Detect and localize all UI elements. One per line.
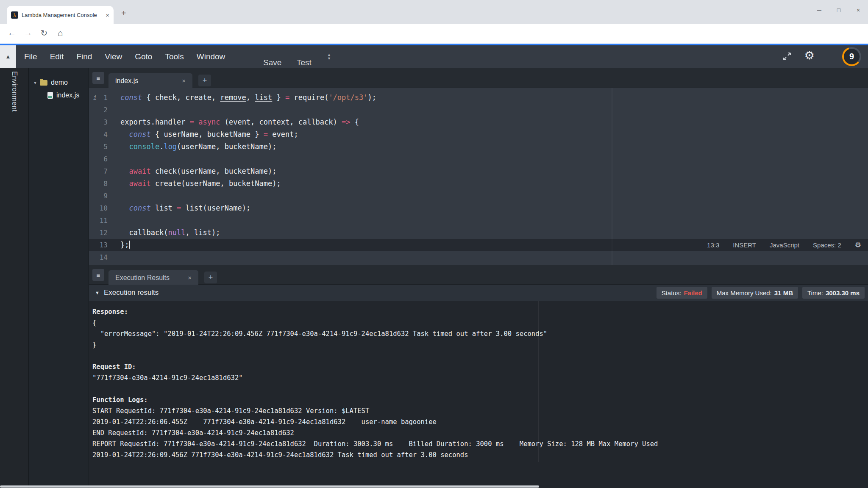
back-icon[interactable]: ← (6, 28, 18, 38)
code-text (114, 104, 120, 116)
console-new-tab-button[interactable]: + (204, 272, 217, 283)
code-text: const list = list(userName); (114, 202, 250, 214)
browser-tab[interactable]: λ Lambda Management Console × (7, 6, 114, 24)
menu-tools[interactable]: Tools (159, 52, 190, 61)
editor-statusbar: 13:3 INSERT JavaScript Spaces: 2 ⚙ (707, 239, 861, 251)
line-number: 8 (89, 177, 114, 190)
tab-execution-results[interactable]: Execution Results × (108, 270, 198, 285)
editor-panes: ≡ index.js × + 1iconst { check, create, … (89, 68, 868, 488)
log-line: END RequestId: 771f7304-e30a-4214-91c9-2… (89, 427, 868, 438)
line-number: 5 (89, 141, 114, 153)
window-controls: ─ □ × (810, 2, 868, 19)
new-tab-button[interactable]: + (121, 8, 126, 18)
tab-indexjs[interactable]: index.js × (108, 73, 192, 88)
menu-edit[interactable]: Edit (44, 52, 70, 61)
code-text: const { userName, bucketName } = event; (114, 128, 298, 141)
code-line-5[interactable]: 5 console.log(userName, bucketName); (89, 141, 868, 153)
console-tab-close-icon[interactable]: × (188, 274, 192, 281)
gutter-info-icon[interactable]: i (93, 92, 97, 104)
status-label: Status: (662, 289, 682, 297)
code-line-12[interactable]: 12 callback(null, list); (89, 227, 868, 239)
code-line-8[interactable]: 8 await create(userName, bucketName); (89, 177, 868, 190)
code-text: await create(userName, bucketName); (114, 177, 281, 190)
menu-find[interactable]: Find (70, 52, 98, 61)
minimize-button[interactable]: ─ (810, 2, 829, 19)
line-number: 14 (89, 251, 114, 263)
tree-folder-demo[interactable]: ▼ demo (29, 76, 89, 89)
browser-toolbar: ← → ↻ ⌂ https://ap-northeast-2.console.a… (0, 24, 868, 44)
log-line: "771f7304-e30a-4214-91c9-24ec1a81d632" (89, 372, 868, 383)
console-empty-area (89, 462, 868, 488)
editor-tab-label: index.js (115, 77, 138, 85)
code-line-11[interactable]: 11 (89, 214, 868, 227)
line-number: 13 (89, 239, 114, 251)
line-number: 4 (89, 128, 114, 141)
forward-icon[interactable]: → (22, 28, 34, 38)
text-cursor (129, 241, 130, 249)
collapse-results-icon[interactable]: ▼ (95, 290, 100, 295)
browser-tabstrip: λ Lambda Management Console × + ─ □ × (0, 0, 868, 24)
environment-panel-label[interactable]: Environment (10, 71, 19, 111)
code-line-6[interactable]: 6 (89, 153, 868, 165)
execution-log[interactable]: Response:{ "errorMessage": "2019-01-24T2… (89, 301, 868, 462)
code-text (114, 214, 120, 227)
indentation-setting[interactable]: Spaces: 2 (813, 241, 841, 249)
log-line: Request ID: (89, 361, 868, 372)
ide-settings-gear-icon[interactable]: ⚙ (804, 49, 815, 62)
code-line-3[interactable]: 3exports.handler = async (event, context… (89, 116, 868, 128)
collapse-panes-icon[interactable] (782, 52, 792, 63)
menu-view[interactable]: View (98, 52, 128, 61)
code-line-4[interactable]: 4 const { userName, bucketName } = event… (89, 128, 868, 141)
horizontal-scrollbar[interactable] (0, 485, 539, 488)
status-value: Failed (684, 289, 702, 297)
panel-toggle-icon[interactable]: ▲ (0, 45, 16, 68)
environment-strip: Environment (0, 68, 29, 488)
test-button[interactable]: Test (297, 58, 312, 67)
menu-window[interactable]: Window (190, 52, 232, 61)
code-text: }; (114, 239, 130, 251)
code-line-14[interactable]: 14 (89, 251, 868, 263)
console-print-margin-ruler (538, 301, 539, 462)
editor-new-tab-button[interactable]: + (198, 75, 211, 86)
tab-list-icon[interactable]: ≡ (92, 72, 104, 84)
line-number: 6 (89, 153, 114, 165)
close-button[interactable]: × (849, 2, 868, 19)
save-button[interactable]: Save (263, 58, 281, 67)
cursor-position[interactable]: 13:3 (707, 241, 719, 249)
cloud9-logo[interactable]: 9 (842, 47, 861, 66)
log-line: START RequestId: 771f7304-e30a-4214-91c9… (89, 405, 868, 416)
result-badges: Status: Failed Max Memory Used: 31 MB Ti… (657, 287, 865, 299)
code-line-7[interactable]: 7 await check(userName, bucketName); (89, 165, 868, 177)
code-line-10[interactable]: 10 const list = list(userName); (89, 202, 868, 214)
tab-close-icon[interactable]: × (106, 11, 109, 19)
code-lines: 1iconst { check, create, remove, list } … (89, 92, 868, 263)
home-icon[interactable]: ⌂ (54, 28, 66, 38)
code-text (114, 153, 120, 165)
updown-arrows-icon[interactable]: ▲▼ (327, 53, 331, 61)
code-line-1[interactable]: 1iconst { check, create, remove, list } … (89, 92, 868, 104)
menu-file[interactable]: File (18, 52, 44, 61)
code-line-9[interactable]: 9 (89, 190, 868, 202)
editor-settings-gear-icon[interactable]: ⚙ (855, 241, 861, 250)
folder-expand-icon[interactable]: ▼ (33, 80, 37, 85)
editor-tab-close-icon[interactable]: × (182, 77, 186, 84)
console-tab-list-icon[interactable]: ≡ (92, 269, 104, 281)
log-line: "errorMessage": "2019-01-24T22:26:09.456… (89, 328, 868, 339)
log-line: 2019-01-24T22:26:09.456Z 771f7304-e30a-4… (89, 449, 868, 460)
status-badge: Status: Failed (657, 287, 707, 299)
code-text (114, 190, 120, 202)
maximize-button[interactable]: □ (829, 2, 849, 19)
code-line-2[interactable]: 2 (89, 104, 868, 116)
log-line: 2019-01-24T22:26:06.455Z 771f7304-e30a-4… (89, 416, 868, 427)
code-editor[interactable]: 1iconst { check, create, remove, list } … (89, 88, 868, 265)
memory-badge: Max Memory Used: 31 MB (712, 287, 798, 299)
language-mode[interactable]: JavaScript (770, 241, 799, 249)
editor-tabbar: ≡ index.js × + (89, 68, 868, 88)
editor-mode[interactable]: INSERT (733, 241, 756, 249)
menu-goto[interactable]: Goto (128, 52, 159, 61)
file-label: index.js (56, 92, 79, 99)
tree-file-indexjs[interactable]: index.js (29, 89, 89, 102)
lambda-favicon-icon: λ (11, 11, 18, 19)
folder-icon (40, 80, 47, 86)
refresh-icon[interactable]: ↻ (38, 28, 50, 38)
